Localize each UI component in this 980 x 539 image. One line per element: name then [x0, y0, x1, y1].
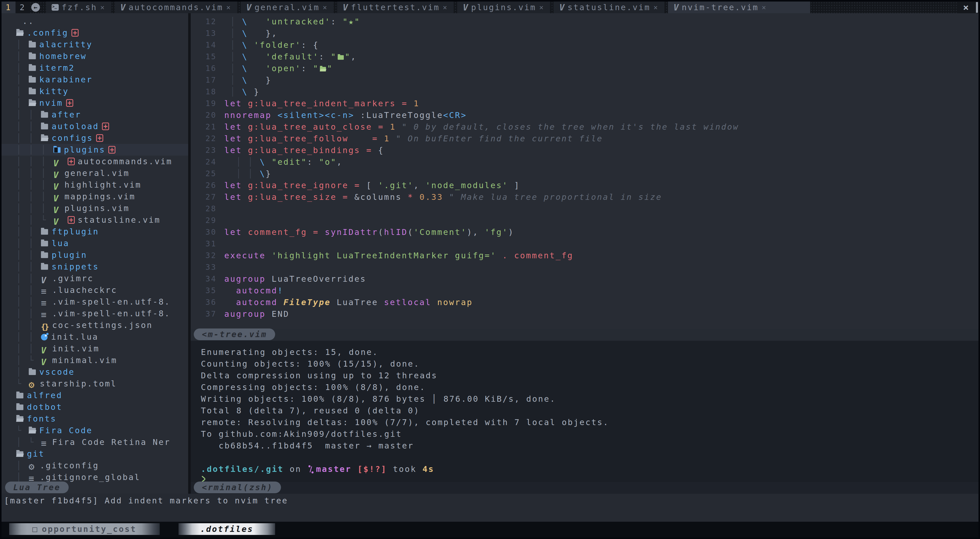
- terminal-line: To github.com:Akin909/dotfiles.git: [201, 428, 978, 440]
- tree-item-.gvimrc[interactable]: │ │ .gvimrc: [2, 273, 188, 284]
- close-tab-icon[interactable]: ×: [100, 3, 105, 12]
- tree-item-label: starship.toml: [40, 379, 117, 388]
- tab-page-2[interactable]: 2: [16, 2, 30, 13]
- tree-item-alfred[interactable]: alfred: [2, 390, 188, 401]
- tree-item-.luacheckrc[interactable]: │ │ .luacheckrc: [2, 284, 188, 296]
- tree-item-nvim[interactable]: │ nvim: [2, 97, 188, 109]
- close-all-icon[interactable]: ×: [957, 2, 976, 13]
- tree-item-plugin[interactable]: │ │ plugin: [2, 249, 188, 261]
- history-back-icon[interactable]: ←: [31, 3, 40, 12]
- buffer-tab-label: general.vim: [255, 2, 320, 13]
- buffer-tab-nvim-tree.vim[interactable]: nvim-tree.vim×: [668, 2, 810, 13]
- close-tab-icon[interactable]: ×: [539, 3, 545, 12]
- tree-item-ftplugin[interactable]: │ │ ftplugin: [2, 226, 188, 237]
- tmux-window-opportunity_cost[interactable]: □opportunity_cost: [9, 523, 160, 535]
- tree-item-plugins[interactable]: │ │ │ plugins: [2, 144, 188, 156]
- buffer-tab-statusline.vim[interactable]: statusline.vim×: [554, 2, 664, 13]
- tree-item-label: .vim-spell-en.utf-8.: [52, 308, 170, 318]
- vim-icon: [53, 193, 61, 200]
- plus-box-icon: [68, 157, 75, 165]
- vim-icon: [41, 357, 49, 364]
- tree-item-..[interactable]: ..: [2, 15, 188, 27]
- folder-icon: [29, 65, 36, 71]
- tree-item-vscode[interactable]: │ vscode: [2, 366, 188, 378]
- tree-item-configs[interactable]: │ │ configs: [2, 132, 188, 144]
- tree-item-fonts[interactable]: fonts: [2, 413, 188, 425]
- tmux-window-.dotfiles[interactable]: .dotfiles: [178, 523, 275, 535]
- tree-item-label: Fira Code: [40, 426, 92, 435]
- tree-item-highlight.vim[interactable]: │ │ │ highlight.vim: [2, 179, 188, 191]
- folder-icon: [29, 54, 36, 59]
- tree-item-starship.toml[interactable]: └ starship.toml: [2, 378, 188, 390]
- buffer-tab-fzf.sh[interactable]: fzf.sh×: [46, 2, 111, 13]
- folder-icon: [29, 42, 36, 48]
- indent-guide: │ │ └: [16, 215, 53, 225]
- tree-item-label: alfred: [27, 391, 62, 400]
- tree-item-autoload[interactable]: │ │ autoload: [2, 121, 188, 132]
- tree-item-alacritty[interactable]: │ alacritty: [2, 39, 188, 50]
- command-line-area: [master f1bd4f5] Add indent markers to n…: [2, 494, 978, 522]
- line-number: 18: [191, 86, 224, 98]
- vim-icon: [53, 205, 61, 211]
- buffer-tab-autocommands.vim[interactable]: autocommands.vim×: [115, 2, 237, 13]
- window-separator[interactable]: [188, 13, 191, 494]
- folder-open-icon: [41, 135, 48, 141]
- tree-item-after[interactable]: │ │ after: [2, 109, 188, 121]
- tree-item-init.lua[interactable]: │ │ init.lua: [2, 331, 188, 343]
- tree-item-label: iterm2: [40, 63, 75, 73]
- list-icon: [29, 474, 37, 480]
- branch-icon: [308, 465, 313, 474]
- line-number: 32: [191, 250, 224, 261]
- close-tab-icon[interactable]: ×: [226, 3, 232, 12]
- terminal-pane[interactable]: Enumerating objects: 15, done.Counting o…: [191, 341, 978, 482]
- tree-item-.gitconfig[interactable]: │ .gitconfig: [2, 460, 188, 471]
- tree-item-init.vim[interactable]: │ │ init.vim: [2, 343, 188, 355]
- close-tab-icon[interactable]: ×: [654, 3, 659, 12]
- lua-icon: [41, 334, 48, 340]
- tree-item-snippets[interactable]: │ │ snippets: [2, 261, 188, 273]
- close-tab-icon[interactable]: ×: [762, 3, 767, 12]
- tabline-scrollbar[interactable]: [976, 2, 978, 13]
- tree-item-karabiner[interactable]: │ karabiner: [2, 74, 188, 86]
- tree-item-statusline.vim[interactable]: │ │ └ statusline.vim: [2, 214, 188, 226]
- indent-guide: │ │: [16, 238, 41, 248]
- editor-pane[interactable]: 12 │ \ 'untracked': "★"13 │ \ },14 │ \ '…: [191, 13, 978, 329]
- tree-item-homebrew[interactable]: │ homebrew: [2, 50, 188, 62]
- editor-line: 24 │ │ \ "edit": "o",: [191, 156, 978, 168]
- tree-item-lua[interactable]: │ │ lua: [2, 237, 188, 249]
- tree-item-label: karabiner: [40, 75, 92, 84]
- buffer-tab-fluttertest.vim[interactable]: fluttertest.vim×: [337, 2, 453, 13]
- tree-item-.vim-spell-en.utf-8.[interactable]: │ │ .vim-spell-en.utf-8.: [2, 296, 188, 308]
- tree-item-dotbot[interactable]: dotbot: [2, 401, 188, 413]
- tree-item-kitty[interactable]: │ kitty: [2, 86, 188, 97]
- tree-item-iterm2[interactable]: │ iterm2: [2, 62, 188, 74]
- tree-item-label: fonts: [27, 414, 56, 424]
- buffer-tab-plugins.vim[interactable]: plugins.vim×: [457, 2, 550, 13]
- editor-line: 13 │ \ },: [191, 27, 978, 39]
- tree-item-plugins.vim[interactable]: │ │ │ plugins.vim: [2, 202, 188, 214]
- close-tab-icon[interactable]: ×: [323, 3, 328, 12]
- tree-item-Fira Code Retina Ner[interactable]: │ └ Fira Code Retina Ner: [2, 436, 188, 448]
- vim-icon: [559, 2, 564, 13]
- tree-item-label: init.vim: [52, 344, 99, 353]
- tree-item-autocommands.vim[interactable]: │ │ │ autocommands.vim: [2, 156, 188, 167]
- folder-icon: [41, 112, 48, 118]
- tree-item-.config[interactable]: .config: [2, 27, 188, 39]
- tree-item-label: plugin: [52, 250, 87, 260]
- folder-icon: [16, 393, 23, 398]
- buffer-tab-general.vim[interactable]: general.vim×: [241, 2, 334, 13]
- tree-item-minimal.vim[interactable]: │ └ minimal.vim: [2, 355, 188, 366]
- tree-item-mappings.vim[interactable]: │ │ │ mappings.vim: [2, 191, 188, 202]
- tree-item-coc-settings.json[interactable]: │ │ coc-settings.json: [2, 320, 188, 331]
- editor-line: 22let g:lua_tree_follow = 1 " On bufEnte…: [191, 133, 978, 145]
- tmux-window-label: opportunity_cost: [42, 524, 137, 534]
- tree-item-general.vim[interactable]: │ │ │ general.vim: [2, 167, 188, 179]
- indent-guide: └: [16, 379, 29, 388]
- tree-item-Fira Code[interactable]: └ Fira Code: [2, 425, 188, 436]
- tree-item-.vim-spell-en.utf-8.[interactable]: │ │ .vim-spell-en.utf-8.: [2, 308, 188, 320]
- tree-item-git[interactable]: git: [2, 448, 188, 460]
- buffer-tab-label: fluttertest.vim: [351, 2, 440, 13]
- file-tree-pane: ...config│ alacritty│ homebrew│ iterm2│ …: [2, 13, 188, 494]
- close-tab-icon[interactable]: ×: [443, 3, 448, 12]
- tab-page-1[interactable]: 1: [2, 2, 16, 13]
